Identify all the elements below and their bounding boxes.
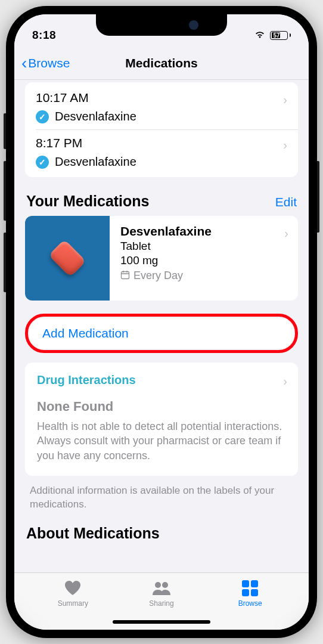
chevron-left-icon: ‹ (21, 54, 27, 73)
section-title: Your Medications (26, 193, 150, 210)
med-dose: 100 mg (120, 254, 287, 267)
battery-icon: 57 (270, 31, 291, 40)
check-circle-icon: ✓ (36, 156, 49, 169)
grid-icon (242, 578, 258, 598)
schedule-med-name: Desvenlafaxine (55, 155, 136, 169)
screen: 8:18 57 ‹ Browse Medications (14, 14, 309, 630)
tab-label: Summary (58, 599, 88, 608)
chevron-right-icon: › (284, 227, 288, 240)
tab-label: Sharing (149, 599, 173, 608)
home-indicator[interactable] (113, 620, 210, 624)
interactions-title: Drug Interactions (37, 373, 286, 387)
chevron-right-icon: › (283, 93, 287, 107)
med-form: Tablet (120, 240, 287, 253)
schedule-time: 8:17 PM (36, 136, 287, 150)
schedule-item[interactable]: 10:17 AM ✓ Desvenlafaxine › (25, 85, 298, 129)
tab-browse[interactable]: Browse (206, 578, 294, 630)
add-med-label: Add Medication (42, 326, 129, 340)
svg-rect-0 (122, 271, 129, 278)
tab-summary[interactable]: Summary (29, 578, 117, 630)
back-label: Browse (28, 56, 70, 70)
people-icon (151, 578, 172, 598)
footnote: Additional information is available on t… (14, 476, 309, 516)
about-medications-title: About Medications (14, 516, 309, 542)
heart-icon (64, 578, 82, 598)
schedule-time: 10:17 AM (36, 91, 287, 105)
notch (96, 14, 227, 36)
status-time: 8:18 (32, 29, 56, 42)
interactions-desc: Health is not able to detect all potenti… (37, 419, 286, 463)
chevron-right-icon: › (283, 138, 287, 152)
interactions-status: None Found (37, 399, 286, 414)
medication-card[interactable]: Desvenlafaxine Tablet 100 mg Every Day › (25, 216, 298, 301)
schedule-med-name: Desvenlafaxine (55, 110, 136, 123)
svg-point-5 (162, 582, 168, 588)
svg-point-4 (155, 582, 161, 588)
add-medication-button[interactable]: Add Medication (29, 318, 294, 349)
back-button[interactable]: ‹ Browse (21, 54, 70, 73)
med-frequency: Every Day (133, 270, 183, 282)
add-medication-highlight: Add Medication (25, 314, 298, 353)
wifi-icon (254, 29, 266, 42)
schedule-card: 10:17 AM ✓ Desvenlafaxine › 8:17 PM ✓ De… (25, 82, 298, 177)
schedule-item[interactable]: 8:17 PM ✓ Desvenlafaxine › (25, 130, 298, 175)
pill-icon (25, 216, 110, 301)
drug-interactions-card[interactable]: Drug Interactions › None Found Health is… (25, 363, 298, 476)
calendar-icon (120, 270, 130, 282)
edit-button[interactable]: Edit (275, 195, 297, 209)
med-name: Desvenlafaxine (120, 224, 287, 239)
your-meds-header: Your Medications Edit (14, 177, 309, 216)
nav-header: ‹ Browse Medications (14, 47, 309, 80)
check-circle-icon: ✓ (36, 110, 49, 123)
page-title: Medications (125, 56, 197, 70)
tab-label: Browse (238, 599, 262, 608)
phone-frame: 8:18 57 ‹ Browse Medications (6, 6, 317, 638)
chevron-right-icon: › (283, 374, 287, 388)
content-area[interactable]: 10:17 AM ✓ Desvenlafaxine › 8:17 PM ✓ De… (14, 80, 309, 572)
